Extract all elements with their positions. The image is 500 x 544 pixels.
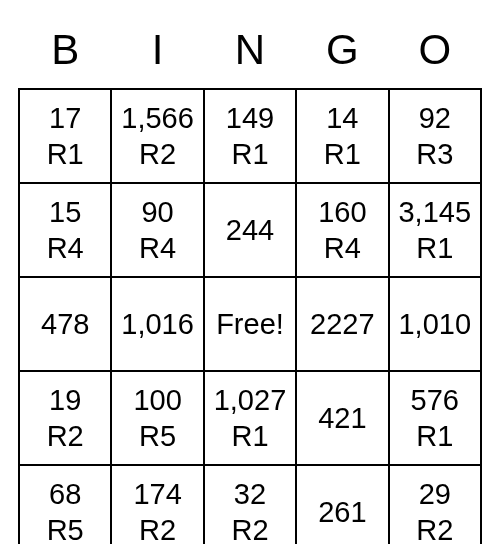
cell-sub: R1	[390, 418, 480, 454]
cell-value: 1,016	[112, 306, 202, 342]
cell-value: 261	[297, 494, 387, 530]
bingo-cell[interactable]: 1,016	[111, 277, 203, 371]
grid-row: 19R2100R51,027R1421576R1	[19, 371, 481, 465]
cell-value: 421	[297, 400, 387, 436]
cell-sub: R5	[20, 512, 110, 544]
cell-value: 1,027	[205, 382, 295, 418]
grid-row: 68R5174R232R226129R2	[19, 465, 481, 544]
bingo-cell[interactable]: 174R2	[111, 465, 203, 544]
bingo-cell[interactable]: 14R1	[296, 89, 388, 183]
bingo-cell[interactable]: 478	[19, 277, 111, 371]
cell-value: 2227	[297, 306, 387, 342]
cell-value: 478	[20, 306, 110, 342]
bingo-cell[interactable]: 29R2	[389, 465, 481, 544]
cell-value: 32	[205, 476, 295, 512]
bingo-cell[interactable]: 244	[204, 183, 296, 277]
header-b: B	[19, 18, 111, 89]
bingo-cell[interactable]: 261	[296, 465, 388, 544]
cell-value: 3,145	[390, 194, 480, 230]
grid-row: 15R490R4244160R43,145R1	[19, 183, 481, 277]
cell-sub: R5	[112, 418, 202, 454]
cell-value: 576	[390, 382, 480, 418]
header-g: G	[296, 18, 388, 89]
cell-value: 29	[390, 476, 480, 512]
cell-value: 90	[112, 194, 202, 230]
bingo-grid: 17R11,566R2149R114R192R315R490R4244160R4…	[19, 89, 481, 544]
bingo-cell[interactable]: 160R4	[296, 183, 388, 277]
bingo-cell[interactable]: 19R2	[19, 371, 111, 465]
cell-value: 1,010	[390, 306, 480, 342]
header-o: O	[389, 18, 481, 89]
grid-row: 4781,016Free!22271,010	[19, 277, 481, 371]
cell-value: 160	[297, 194, 387, 230]
bingo-cell[interactable]: 576R1	[389, 371, 481, 465]
cell-sub: R2	[112, 136, 202, 172]
bingo-cell[interactable]: 15R4	[19, 183, 111, 277]
cell-value: 149	[205, 100, 295, 136]
bingo-cell[interactable]: 3,145R1	[389, 183, 481, 277]
cell-value: 174	[112, 476, 202, 512]
bingo-cell[interactable]: 92R3	[389, 89, 481, 183]
bingo-cell[interactable]: 17R1	[19, 89, 111, 183]
cell-sub: R2	[205, 512, 295, 544]
free-label: Free!	[216, 308, 284, 340]
cell-sub: R1	[205, 418, 295, 454]
header-row: B I N G O	[19, 18, 481, 89]
bingo-cell[interactable]: 1,010	[389, 277, 481, 371]
cell-value: 15	[20, 194, 110, 230]
cell-sub: R4	[20, 230, 110, 266]
bingo-cell[interactable]: 32R2	[204, 465, 296, 544]
bingo-cell[interactable]: 68R5	[19, 465, 111, 544]
cell-sub: R4	[297, 230, 387, 266]
cell-value: 17	[20, 100, 110, 136]
cell-value: 19	[20, 382, 110, 418]
cell-sub: R1	[20, 136, 110, 172]
cell-sub: R1	[297, 136, 387, 172]
cell-value: 92	[390, 100, 480, 136]
bingo-card: B I N G O 17R11,566R2149R114R192R315R490…	[18, 18, 482, 544]
cell-sub: R3	[390, 136, 480, 172]
bingo-cell[interactable]: 2227	[296, 277, 388, 371]
header-n: N	[204, 18, 296, 89]
cell-value: 244	[205, 212, 295, 248]
cell-value: 14	[297, 100, 387, 136]
bingo-cell[interactable]: 1,027R1	[204, 371, 296, 465]
cell-sub: R2	[112, 512, 202, 544]
grid-row: 17R11,566R2149R114R192R3	[19, 89, 481, 183]
free-cell[interactable]: Free!	[204, 277, 296, 371]
bingo-cell[interactable]: 1,566R2	[111, 89, 203, 183]
cell-sub: R1	[205, 136, 295, 172]
header-i: I	[111, 18, 203, 89]
cell-value: 68	[20, 476, 110, 512]
bingo-cell[interactable]: 90R4	[111, 183, 203, 277]
bingo-cell[interactable]: 421	[296, 371, 388, 465]
bingo-cell[interactable]: 100R5	[111, 371, 203, 465]
bingo-cell[interactable]: 149R1	[204, 89, 296, 183]
cell-sub: R1	[390, 230, 480, 266]
cell-value: 1,566	[112, 100, 202, 136]
cell-sub: R2	[390, 512, 480, 544]
cell-value: 100	[112, 382, 202, 418]
cell-sub: R2	[20, 418, 110, 454]
cell-sub: R4	[112, 230, 202, 266]
